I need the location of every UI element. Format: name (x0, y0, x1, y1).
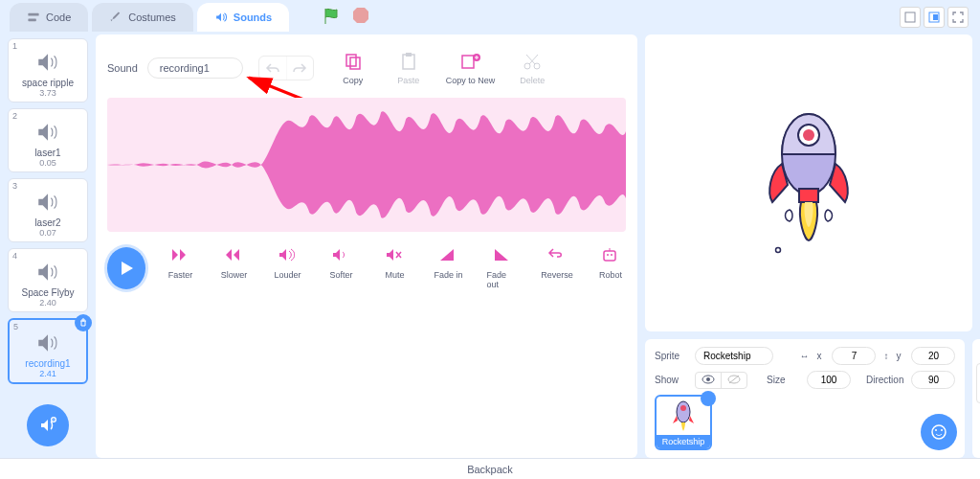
sound-icon (214, 11, 228, 24)
sound-list: 1space ripple3.73 2laser10.05 3laser20.0… (8, 34, 88, 458)
svg-rect-9 (403, 55, 414, 69)
delete-sprite-button[interactable] (701, 391, 716, 406)
brush-icon (109, 11, 122, 24)
tab-sounds[interactable]: Sounds (197, 3, 289, 32)
svg-point-17 (607, 254, 609, 256)
sprite-size-input[interactable] (807, 371, 851, 389)
sound-item[interactable]: 4Space Flyby2.40 (8, 248, 88, 312)
robot-button[interactable]: Robot (595, 247, 626, 289)
louder-icon (278, 247, 297, 266)
stage-panel: Stage Backdrops 1 (972, 339, 980, 458)
softer-button[interactable]: Softer (325, 247, 356, 289)
fullscreen-button[interactable] (947, 7, 969, 28)
svg-point-30 (932, 425, 946, 439)
paste-button[interactable]: Paste (390, 51, 427, 85)
tab-costumes-label: Costumes (128, 11, 176, 23)
louder-button[interactable]: Louder (272, 247, 302, 289)
waveform-display[interactable] (107, 98, 626, 232)
tab-code[interactable]: Code (10, 3, 88, 32)
backpack-bar[interactable]: Backpack (0, 458, 980, 479)
scissors-icon (522, 51, 543, 72)
svg-rect-11 (462, 56, 474, 68)
svg-point-32 (941, 429, 943, 431)
paste-icon (398, 51, 419, 72)
svg-rect-0 (28, 13, 38, 16)
stage-preview[interactable] (645, 34, 972, 331)
rocketship-thumb-icon (669, 399, 698, 433)
sound-name-label: Sound (107, 62, 138, 74)
tab-costumes[interactable]: Costumes (92, 3, 193, 32)
rocketship-sprite (751, 97, 866, 269)
large-stage-button[interactable] (924, 7, 945, 28)
faster-button[interactable]: Faster (165, 247, 195, 289)
copy-icon (343, 51, 364, 72)
svg-rect-7 (346, 55, 356, 66)
slower-icon (224, 247, 243, 266)
mute-button[interactable]: Mute (379, 247, 410, 289)
sound-item[interactable]: 2laser10.05 (8, 108, 88, 172)
sprite-y-input[interactable] (911, 347, 955, 365)
svg-marker-2 (353, 8, 368, 23)
sound-item[interactable]: 1space ripple3.73 (8, 38, 88, 103)
speaker-icon (34, 259, 61, 285)
svg-rect-3 (905, 12, 915, 22)
tab-code-label: Code (46, 11, 71, 23)
sprite-thumbnail[interactable]: Rocketship (655, 395, 712, 450)
svg-point-25 (706, 377, 710, 381)
speaker-icon (34, 49, 61, 76)
hide-sprite-button[interactable] (722, 373, 746, 388)
robot-icon (601, 247, 620, 266)
faster-icon (170, 247, 189, 266)
sprite-direction-input[interactable] (911, 371, 955, 389)
speaker-icon (34, 119, 61, 146)
speaker-icon (34, 330, 61, 356)
fade-in-icon (438, 247, 457, 266)
blocks-icon (27, 11, 40, 24)
show-sprite-button[interactable] (696, 373, 722, 388)
svg-point-21 (803, 129, 814, 141)
sound-name-input[interactable] (147, 57, 243, 79)
fade-in-button[interactable]: Fade in (433, 247, 463, 289)
svg-point-31 (935, 429, 937, 431)
small-stage-button[interactable] (900, 7, 921, 28)
sound-item[interactable]: 3laser20.07 (8, 178, 88, 242)
sprite-name-input[interactable] (695, 347, 773, 365)
svg-rect-5 (933, 14, 938, 20)
fade-out-button[interactable]: Fade out (486, 247, 519, 289)
stop-icon[interactable] (352, 7, 369, 28)
mute-icon (385, 247, 404, 266)
play-button[interactable] (107, 247, 145, 289)
softer-icon (331, 247, 350, 266)
sound-item-selected[interactable]: 5recording12.41 (8, 318, 88, 384)
tab-sounds-label: Sounds (234, 11, 272, 23)
svg-rect-10 (406, 53, 412, 57)
fade-out-icon (493, 247, 512, 266)
svg-point-23 (776, 248, 781, 253)
svg-rect-22 (799, 189, 818, 202)
y-icon: ↕ (883, 351, 888, 361)
sprite-x-input[interactable] (832, 347, 876, 365)
copy-new-icon (460, 51, 481, 72)
svg-rect-16 (604, 251, 615, 261)
copy-to-new-button[interactable]: Copy to New (446, 51, 496, 85)
sound-editor: Sound Copy Paste Copy to New Delete (96, 34, 637, 458)
delete-sound-button[interactable] (75, 314, 92, 331)
slower-button[interactable]: Slower (218, 247, 249, 289)
green-flag-icon[interactable] (322, 7, 341, 28)
svg-point-18 (611, 254, 612, 256)
stage-thumbnail[interactable] (976, 363, 980, 403)
reverse-button[interactable]: Reverse (542, 247, 572, 289)
reverse-icon (547, 247, 567, 266)
svg-rect-8 (350, 57, 360, 69)
speaker-icon (34, 189, 61, 216)
svg-rect-1 (28, 18, 35, 21)
svg-point-28 (677, 401, 690, 422)
sprite-info-panel: Sprite ↔ x ↕ y Show (645, 339, 965, 458)
delete-button[interactable]: Delete (514, 51, 550, 85)
svg-point-29 (680, 405, 686, 411)
x-icon: ↔ (799, 351, 809, 361)
add-sound-button[interactable] (27, 404, 69, 446)
